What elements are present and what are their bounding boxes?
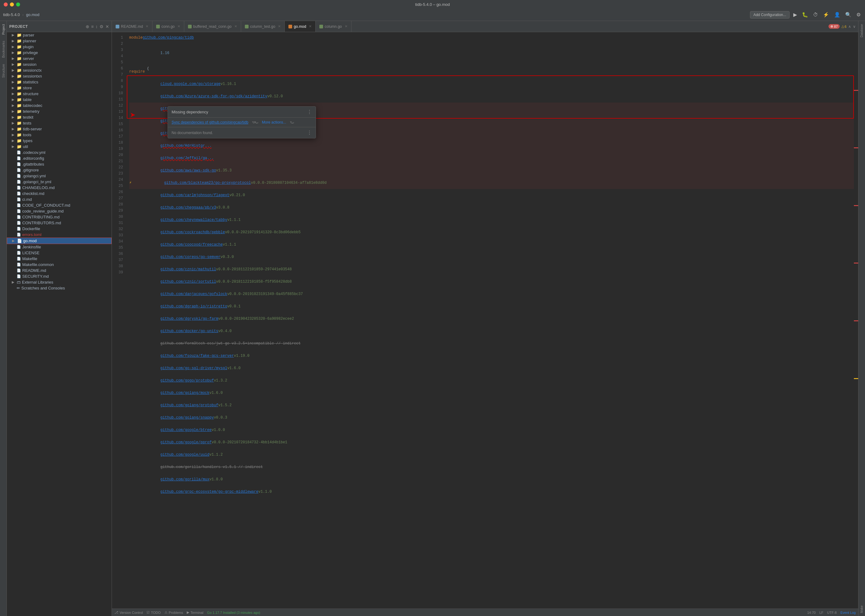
- sidebar-item-makefile[interactable]: ▶ 📄 Makefile: [7, 256, 112, 262]
- breadcrumb-separator: ›: [22, 13, 24, 17]
- sidebar-item-privilege[interactable]: ▶ 📁 privilege: [7, 50, 112, 56]
- status-terminal[interactable]: ▶ Terminal: [187, 610, 203, 614]
- tab-buffered-close[interactable]: ✕: [234, 24, 237, 28]
- tab-bar-chevron-down[interactable]: ∨: [853, 24, 856, 29]
- sidebar-item-types[interactable]: ▶ 📁 types: [7, 138, 112, 144]
- tab-bar-chevron-up[interactable]: ∧: [848, 24, 851, 29]
- run-icon[interactable]: ▶: [792, 11, 798, 18]
- sidebar-item-golangci-br[interactable]: ▶ 📄 .golangci_br.yml: [7, 179, 112, 185]
- sync-dependencies-link[interactable]: Sync dependencies of github.com/pingcap/…: [172, 120, 248, 124]
- sidebar-item-codecov[interactable]: ▶ 📄 .codecov.yml: [7, 149, 112, 156]
- coverage-icon[interactable]: ⚡: [822, 11, 830, 18]
- sidebar-item-readme[interactable]: ▶ 📄 README.md: [7, 267, 112, 273]
- sidebar-item-gitignore[interactable]: ▶ 📄 .gitignore: [7, 167, 112, 173]
- status-problems[interactable]: ⚠ Problems: [164, 610, 183, 614]
- sidebar-item-editorconfig[interactable]: ▶ 📄 .editorconfig: [7, 156, 112, 161]
- status-todo[interactable]: ☑ TODO: [147, 610, 161, 614]
- code-line-24: github.com/dgraph-io/ristretto v0.0.1: [129, 300, 854, 313]
- tab-conn-go[interactable]: conn.go ✕: [153, 21, 184, 32]
- sidebar-item-changelog[interactable]: ▶ 📄 CHANGELOG.md: [7, 185, 112, 191]
- tab-go-mod[interactable]: go.mod ✕: [285, 21, 316, 32]
- sidebar-item-golangci[interactable]: ▶ 📄 .golangci.yml: [7, 173, 112, 179]
- tab-conn-close[interactable]: ✕: [178, 24, 180, 28]
- scroll-error-mark-5: [854, 321, 858, 321]
- sidebar-item-plugin[interactable]: ▶ 📁 plugin: [7, 44, 112, 50]
- tab-column-close[interactable]: ✕: [345, 24, 348, 28]
- tab-column-go[interactable]: column.go ✕: [316, 21, 351, 32]
- sidebar-item-tablecodec[interactable]: ▶ 📁 tablecodec: [7, 102, 112, 108]
- sidebar-item-dockerfile[interactable]: ▶ 📄 Dockerfile: [7, 226, 112, 232]
- sidebar-item-testkit[interactable]: ▶ 📁 testkit: [7, 114, 112, 120]
- sidebar-item-makefile-common[interactable]: ▶ 📄 Makefile.common: [7, 262, 112, 267]
- tab-go-mod-close[interactable]: ✕: [309, 24, 312, 28]
- sidebar-close-icon[interactable]: ✕: [106, 24, 109, 29]
- search-icon[interactable]: 🔍: [844, 11, 852, 18]
- sidebar-item-tools[interactable]: ▶ 📁 tools: [7, 132, 112, 138]
- make-vtab[interactable]: Make: [859, 602, 865, 616]
- sidebar-item-code-review[interactable]: ▶ 📄 code_review_guide.md: [7, 208, 112, 214]
- sidebar-item-telemetry[interactable]: ▶ 📁 telemetry: [7, 108, 112, 114]
- scroll-error-mark-2: [854, 147, 858, 148]
- tab-readme-close[interactable]: ✕: [146, 24, 148, 28]
- folder-icon: 📁: [17, 39, 22, 43]
- sidebar-item-structure[interactable]: ▶ 📁 structure: [7, 91, 112, 97]
- tab-column-test[interactable]: column_test.go ✕: [241, 21, 285, 32]
- sidebar-sort-icon[interactable]: ↕: [96, 24, 98, 29]
- tab-column-test-close[interactable]: ✕: [278, 24, 281, 28]
- sidebar-item-contributors[interactable]: ▶ 📄 CONTRIBUTORS.md: [7, 220, 112, 226]
- sidebar-sync-icon[interactable]: ⊕: [86, 24, 89, 29]
- status-event-log[interactable]: Event Log: [840, 611, 856, 614]
- user-icon[interactable]: 👤: [833, 11, 841, 18]
- sidebar-item-gitattributes[interactable]: ▶ 📄 .gitattributes: [7, 161, 112, 167]
- popup-actions: Sync dependencies of github.com/pingcap/…: [168, 118, 316, 127]
- profile-icon[interactable]: ⏱: [812, 11, 819, 18]
- sidebar-item-jenkinsfile[interactable]: ▶ 📄 Jenkinsfile: [7, 244, 112, 250]
- editor-scrollbar[interactable]: [854, 32, 858, 608]
- sidebar-item-external-libraries[interactable]: ▶ 🗃 External Libraries: [7, 279, 112, 285]
- bookmarks-vtab[interactable]: Bookmarks: [0, 38, 6, 61]
- sidebar-item-server[interactable]: ▶ 📁 server: [7, 56, 112, 61]
- sidebar-item-errors-toml[interactable]: ▶ 📄 errors.toml: [7, 232, 112, 237]
- sidebar-item-tidb-server[interactable]: ▶ 📁 tidb-server: [7, 126, 112, 132]
- tab-readme[interactable]: README.md ✕: [112, 21, 153, 32]
- status-version-control[interactable]: ⎇ Version Control: [114, 610, 143, 614]
- settings-icon[interactable]: ⚙: [855, 11, 862, 18]
- database-vtab[interactable]: Database: [859, 21, 865, 41]
- sidebar-item-checklist[interactable]: ▶ 📄 checklist.md: [7, 191, 112, 196]
- code-line-36: github.com/google/uuid v1.1.2: [129, 449, 854, 461]
- file-icon: 📄: [17, 233, 21, 237]
- folder-icon: 📁: [17, 103, 22, 108]
- sidebar-item-util[interactable]: ▶ 📁 util: [7, 144, 112, 149]
- sidebar-item-sessiontxn[interactable]: ▶ 📁 sessiontxn: [7, 73, 112, 79]
- project-vtab[interactable]: Project: [0, 21, 6, 38]
- file-icon: 📄: [17, 257, 21, 261]
- maximize-button[interactable]: [16, 3, 20, 6]
- debug-icon[interactable]: 🐛: [801, 11, 809, 18]
- sidebar-item-go-mod[interactable]: ▶ 📄 go.mod: [7, 237, 112, 244]
- sidebar-item-planner[interactable]: ▶ 📁 planner: [7, 38, 112, 44]
- sidebar-item-parser[interactable]: ▶ 📁 parser: [7, 32, 112, 38]
- sidebar-item-security[interactable]: ▶ 📄 SECURITY.md: [7, 273, 112, 279]
- structure-vtab[interactable]: Structure: [0, 61, 6, 81]
- sidebar-item-scratches[interactable]: ▶ ✏ Scratches and Consoles: [7, 285, 112, 291]
- popup-menu-button[interactable]: ⋮: [307, 109, 312, 115]
- sidebar-item-license[interactable]: ▶ 📄 LICENSE: [7, 250, 112, 256]
- sidebar-item-store[interactable]: ▶ 📁 store: [7, 85, 112, 91]
- sidebar-item-statistics[interactable]: ▶ 📁 statistics: [7, 79, 112, 85]
- sidebar-gear-icon[interactable]: ⚙: [99, 24, 104, 29]
- popup-nodoc-menu[interactable]: ⋮: [307, 130, 312, 136]
- sidebar-collapse-icon[interactable]: ≡: [91, 24, 94, 29]
- close-button[interactable]: [4, 3, 8, 6]
- sidebar-item-ci[interactable]: ▶ 📄 ci.md: [7, 196, 112, 202]
- sidebar-item-code-of-conduct[interactable]: ▶ 📄 CODE_OF_CONDUCT.md: [7, 202, 112, 208]
- sidebar-item-contributing[interactable]: ▶ 📄 CONTRIBUTING.md: [7, 214, 112, 220]
- sidebar-item-session[interactable]: ▶ 📁 session: [7, 61, 112, 68]
- more-actions-link[interactable]: More actions...: [262, 120, 286, 124]
- file-icon: 📄: [17, 227, 21, 231]
- sidebar-item-sessionctx[interactable]: ▶ 📁 sessionctx: [7, 68, 112, 73]
- sidebar-item-tests[interactable]: ▶ 📁 tests: [7, 120, 112, 126]
- add-configuration-button[interactable]: Add Configuration...: [750, 11, 789, 19]
- tab-buffered-read[interactable]: buffered_read_conn.go ✕: [184, 21, 241, 32]
- sidebar-item-table[interactable]: ▶ 📁 table: [7, 97, 112, 102]
- minimize-button[interactable]: [10, 3, 14, 6]
